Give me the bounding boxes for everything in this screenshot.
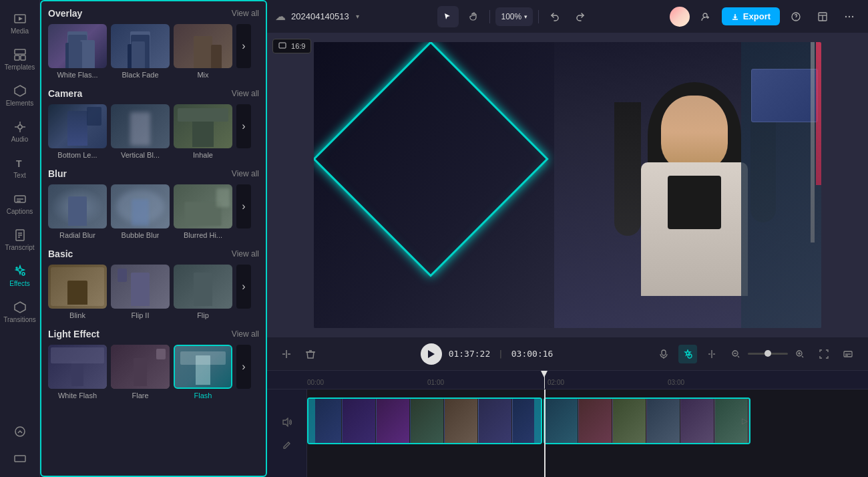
- effect-white-flash[interactable]: White Flas...: [48, 24, 107, 79]
- blur-view-all[interactable]: View all: [232, 169, 259, 178]
- section-light-effect: Light Effect View all White Flash Flare: [41, 322, 266, 402]
- clip2-right-arrow[interactable]: ▷: [742, 416, 748, 426]
- vertical-bl-label: Vertical Bl...: [121, 151, 160, 159]
- add-user-btn[interactable]: [695, 6, 716, 27]
- split-btn[interactable]: [278, 345, 295, 363]
- export-btn[interactable]: Export: [722, 7, 780, 25]
- camera-next-arrow[interactable]: ›: [236, 104, 251, 148]
- effect-flare[interactable]: Flare: [111, 345, 170, 400]
- effect-flip[interactable]: Flip: [174, 265, 232, 319]
- clip-right-handle[interactable]: [534, 399, 541, 443]
- sidebar-item-transitions[interactable]: Transitions: [2, 295, 38, 329]
- blurred-hi-thumb: [174, 184, 232, 228]
- blink-label: Blink: [69, 311, 85, 319]
- svg-text:T: T: [16, 158, 22, 169]
- toolbar-center: 100% ▾: [437, 6, 591, 27]
- project-dropdown-arrow[interactable]: ▾: [356, 13, 359, 20]
- effect-inhale[interactable]: Inhale: [174, 104, 232, 159]
- section-blur: Blur View all Radial Blur Bubble Blur: [41, 162, 266, 242]
- effect-flip-ii[interactable]: Flip II: [111, 265, 170, 319]
- effect-white-flash-light[interactable]: White Flash: [48, 345, 107, 400]
- bubble-blur-thumb: [111, 184, 170, 228]
- edit-track-btn[interactable]: [278, 436, 296, 454]
- current-time: 01:37:22 | 03:00:16: [449, 349, 554, 359]
- select-tool-btn[interactable]: [437, 6, 459, 27]
- play-pause-btn[interactable]: [421, 343, 442, 365]
- svg-marker-36: [428, 350, 435, 358]
- clip-frame-2: [343, 399, 376, 443]
- aspect-ratio-badge: 16:9: [272, 39, 311, 53]
- clip-frame-8: [545, 399, 578, 443]
- svg-point-29: [849, 15, 850, 17]
- svg-rect-31: [279, 43, 286, 48]
- ai-enhance-btn[interactable]: [678, 345, 697, 363]
- effect-blink[interactable]: Blink: [48, 265, 107, 319]
- svg-line-44: [738, 356, 739, 357]
- effect-black-fade[interactable]: Black Fade: [111, 24, 170, 79]
- fullscreen-btn[interactable]: [815, 345, 833, 363]
- sidebar-item-captions[interactable]: Captions: [2, 187, 38, 220]
- clip-frame-3: [377, 399, 410, 443]
- effect-flash[interactable]: Flash: [174, 345, 232, 400]
- mic-btn[interactable]: [654, 345, 673, 363]
- cut-btn[interactable]: [702, 345, 721, 363]
- layout-btn[interactable]: [812, 6, 833, 27]
- clip-left-handle[interactable]: [308, 399, 315, 443]
- toolbar-right: Export: [670, 6, 860, 27]
- blur-next-arrow[interactable]: ›: [236, 184, 251, 228]
- zoom-in-btn[interactable]: [791, 345, 809, 363]
- section-header-light: Light Effect View all: [48, 329, 259, 339]
- basic-view-all[interactable]: View all: [232, 249, 259, 259]
- sidebar-item-collapse[interactable]: [2, 420, 38, 444]
- avatar[interactable]: [670, 7, 690, 27]
- more-btn[interactable]: [839, 6, 860, 27]
- redo-btn[interactable]: [570, 6, 591, 27]
- video-clip-2[interactable]: ◁ ▷: [544, 398, 750, 444]
- sidebar-item-text[interactable]: T Text: [2, 151, 38, 184]
- sidebar-item-media[interactable]: Media: [2, 7, 38, 40]
- svg-marker-52: [283, 418, 288, 426]
- camera-view-all[interactable]: View all: [232, 89, 259, 98]
- flip-ii-thumb: [111, 265, 170, 309]
- overlay-view-all[interactable]: View all: [232, 9, 259, 18]
- zoom-out-btn[interactable]: [726, 345, 745, 363]
- sidebar-item-transcript[interactable]: Transcript: [2, 223, 38, 257]
- timeline-ruler: 00:00 01:00 02:00 03:00: [267, 371, 868, 389]
- effect-mix[interactable]: Mix: [174, 24, 232, 79]
- light-view-all[interactable]: View all: [232, 329, 259, 339]
- overlay-next-arrow[interactable]: ›: [236, 24, 251, 68]
- video-clip-1[interactable]: [307, 398, 542, 444]
- playback-right-controls: [654, 345, 857, 363]
- hand-tool-btn[interactable]: [463, 6, 484, 27]
- effect-bubble-blur[interactable]: Bubble Blur: [111, 184, 170, 239]
- effect-blurred-hi[interactable]: Blurred Hi...: [174, 184, 232, 239]
- mix-label: Mix: [197, 71, 208, 79]
- undo-btn[interactable]: [544, 6, 566, 27]
- sidebar-item-keyboard[interactable]: [2, 446, 38, 470]
- volume-btn[interactable]: [278, 414, 296, 431]
- effect-vertical-bl[interactable]: Vertical Bl...: [111, 104, 170, 159]
- effect-radial-blur[interactable]: Radial Blur: [48, 184, 107, 239]
- delete-btn[interactable]: [302, 345, 319, 363]
- flip-thumb: [174, 265, 232, 309]
- preview-video: [314, 42, 821, 328]
- blurred-hi-label: Blurred Hi...: [184, 231, 222, 239]
- camera-title: Camera: [48, 88, 82, 99]
- sidebar-item-effects[interactable]: Effects: [2, 259, 38, 293]
- section-header-blur: Blur View all: [48, 168, 259, 179]
- sidebar-item-templates[interactable]: Templates: [2, 43, 38, 76]
- effect-bottom-le[interactable]: Bottom Le...: [48, 104, 107, 159]
- svg-point-15: [22, 273, 25, 275]
- zoom-slider[interactable]: [748, 353, 788, 355]
- svg-marker-1: [19, 17, 23, 21]
- caption-toggle-btn[interactable]: [839, 345, 857, 363]
- light-next-arrow[interactable]: ›: [236, 345, 251, 389]
- basic-next-arrow[interactable]: ›: [236, 265, 251, 309]
- svg-rect-2: [15, 49, 25, 54]
- sidebar-item-elements[interactable]: Elements: [2, 79, 38, 112]
- white-flash-light-thumb: [48, 345, 107, 389]
- sidebar-item-audio[interactable]: Audio: [2, 115, 38, 148]
- help-btn[interactable]: [785, 6, 807, 27]
- zoom-select[interactable]: 100% ▾: [495, 7, 533, 26]
- svg-point-28: [845, 15, 847, 17]
